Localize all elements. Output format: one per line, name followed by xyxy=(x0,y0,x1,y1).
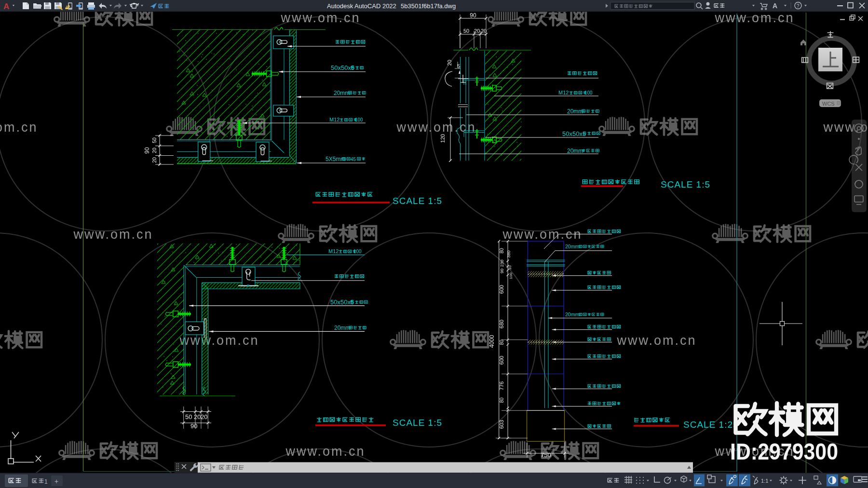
svg-text:80: 80 xyxy=(499,397,504,403)
svg-text:SCALE 1:5: SCALE 1:5 xyxy=(393,418,442,428)
svg-text:20mm: 20mm xyxy=(334,325,350,331)
svg-text:380: 380 xyxy=(506,250,511,258)
svg-text:50: 50 xyxy=(151,137,157,143)
svg-text:20mm: 20mm xyxy=(567,148,583,154)
svg-text:M12: M12 xyxy=(328,248,339,254)
svg-text:20: 20 xyxy=(447,60,452,66)
svg-text:M12: M12 xyxy=(558,90,569,95)
svg-text:20: 20 xyxy=(474,28,480,34)
svg-text:Autodesk AutoCAD 2022: Autodesk AutoCAD 2022 xyxy=(327,2,396,10)
svg-text:90: 90 xyxy=(470,12,476,19)
svg-text:680: 680 xyxy=(499,320,504,328)
svg-text:www.om.cn: www.om.cn xyxy=(73,227,153,242)
svg-text:?: ? xyxy=(797,3,800,9)
svg-text:ID:2979300: ID:2979300 xyxy=(730,438,838,464)
svg-text:20: 20 xyxy=(201,413,207,420)
svg-text:90: 90 xyxy=(500,269,504,273)
svg-text:90: 90 xyxy=(190,422,197,430)
svg-text:M12: M12 xyxy=(329,117,339,122)
svg-text:750: 750 xyxy=(541,451,551,459)
svg-text:50: 50 xyxy=(185,413,192,420)
svg-text:80: 80 xyxy=(499,339,504,345)
svg-text:776: 776 xyxy=(499,381,504,390)
svg-text:www.om.cn: www.om.cn xyxy=(616,333,696,348)
svg-text:50x50x5: 50x50x5 xyxy=(330,298,354,306)
svg-text:50x50x5: 50x50x5 xyxy=(331,64,354,71)
svg-text:100: 100 xyxy=(355,117,363,122)
svg-text:SCALE 1:25: SCALE 1:25 xyxy=(683,420,739,430)
svg-text:20: 20 xyxy=(194,413,201,420)
svg-text:A: A xyxy=(773,2,777,10)
svg-text:50: 50 xyxy=(463,28,469,34)
svg-text:50x50x5: 50x50x5 xyxy=(562,130,586,137)
svg-text:+: + xyxy=(54,477,58,485)
svg-text:600: 600 xyxy=(499,356,504,365)
svg-text:603: 603 xyxy=(499,420,504,429)
svg-text:SCALE 1:5: SCALE 1:5 xyxy=(661,179,710,190)
svg-text:600: 600 xyxy=(499,285,504,294)
svg-text:20: 20 xyxy=(151,157,157,163)
svg-text:1: 1 xyxy=(44,478,48,485)
svg-text:WCS: WCS xyxy=(822,101,835,107)
svg-text:www.om.cn: www.om.cn xyxy=(280,11,360,25)
svg-text:230: 230 xyxy=(500,259,504,267)
svg-text:100: 100 xyxy=(584,90,593,95)
svg-text:www.om.cn: www.om.cn xyxy=(714,11,794,25)
svg-text:10: 10 xyxy=(508,265,512,270)
svg-text:20mm: 20mm xyxy=(567,108,583,115)
svg-text:100: 100 xyxy=(353,249,362,254)
svg-text:4000: 4000 xyxy=(488,335,495,348)
svg-text:www.om.cn: www.om.cn xyxy=(0,120,38,135)
svg-text:20: 20 xyxy=(481,28,487,34)
svg-text:90: 90 xyxy=(144,147,150,154)
svg-text:20mm: 20mm xyxy=(334,90,350,96)
svg-text:www.om.cn: www.om.cn xyxy=(285,444,365,459)
svg-text:80: 80 xyxy=(499,248,504,254)
svg-text:120: 120 xyxy=(440,134,446,143)
svg-text:20mm: 20mm xyxy=(565,312,579,317)
svg-text:5b3501f6b17fa.dwg: 5b3501f6b17fa.dwg xyxy=(401,2,456,10)
svg-text:100: 100 xyxy=(509,272,513,279)
svg-text:45: 45 xyxy=(351,157,356,162)
svg-text:20mm: 20mm xyxy=(565,244,579,249)
svg-text:www.om.cn: www.om.cn xyxy=(179,333,259,348)
svg-text:SCALE 1:5: SCALE 1:5 xyxy=(393,196,442,206)
svg-text:1:1: 1:1 xyxy=(761,478,768,484)
svg-text:20: 20 xyxy=(151,148,157,153)
svg-text:A: A xyxy=(3,2,9,11)
